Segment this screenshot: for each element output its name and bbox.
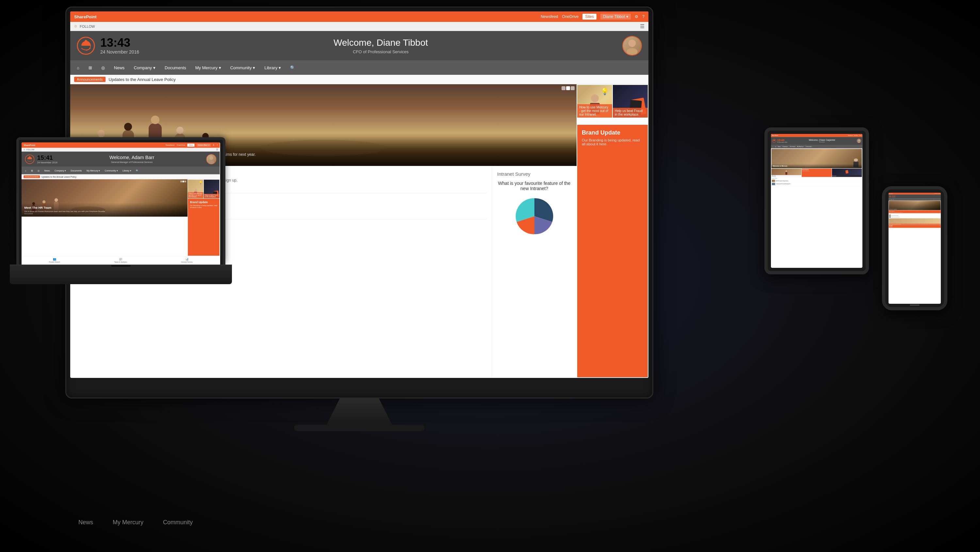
nav-community[interactable]: Community ▾ xyxy=(226,60,259,75)
laptop-nav-home[interactable]: ⌂ xyxy=(23,167,29,174)
carousel-dot-2[interactable] xyxy=(566,86,570,90)
nav-news[interactable]: News xyxy=(110,60,129,75)
laptop-nav-library[interactable]: Library▾ xyxy=(121,167,133,174)
laptop-hero-title: Meet The HR Team xyxy=(24,206,185,210)
nav-company[interactable]: Company ▾ xyxy=(130,60,159,75)
tablet-card-3-text: Document xyxy=(832,175,862,177)
phone-newsfeed: Newsfeed xyxy=(934,193,937,194)
laptop-dot-2[interactable] xyxy=(183,181,184,182)
phone-brand-card[interactable]: Brand Update Our Branding is being updat… xyxy=(889,210,941,213)
laptop-bottom-people-search[interactable]: 👥 People Search xyxy=(22,258,88,263)
laptop-bulb-icon: 💡 xyxy=(199,181,202,184)
tablet-time-block: 13:43 15 November 2016 xyxy=(777,139,787,143)
phone-news-item-2[interactable]: Creativity and Front-end Development xyxy=(889,216,940,218)
laptop-sites[interactable]: Sites xyxy=(187,144,194,147)
laptop-tile-2[interactable]: Help us beat Fraud in the workplace xyxy=(204,180,220,198)
tablet-news-item-2[interactable]: Creativity and Front-end Development xyxy=(772,183,861,186)
sites-tab[interactable]: Sites xyxy=(582,14,597,20)
carousel-dot-3[interactable] xyxy=(571,86,574,90)
bottom-device-labels: News My Mercury Community xyxy=(78,519,193,526)
nav-home[interactable]: ⌂ xyxy=(73,60,83,75)
nav-library[interactable]: Library ▾ xyxy=(260,60,285,75)
phone-brand-text: Our Branding is being updated, read all … xyxy=(889,212,940,213)
laptop-nav-docs[interactable]: Documents xyxy=(68,167,84,174)
community-caret: ▾ xyxy=(253,65,255,70)
laptop-bottom-news[interactable]: 📰 News & Updates xyxy=(88,258,154,263)
laptop-nav-company[interactable]: Company▾ xyxy=(52,167,68,174)
laptop-my-mercury-label: My Mercury xyxy=(87,169,98,172)
tablet-nav-company[interactable]: Company ▾ xyxy=(782,145,789,148)
tablet-card-3[interactable]: Document xyxy=(832,169,862,177)
survey-question: What is your favourite feature of the ne… xyxy=(497,181,571,191)
phone-home-button[interactable] xyxy=(910,304,920,306)
laptop-tile-1-caption: How to use Mercury get the most out of o… xyxy=(188,192,204,198)
laptop-brand-tile[interactable]: Brand Update Our Branding is being updat… xyxy=(188,199,220,256)
laptop-bottom-survey[interactable]: 📊 Intranet Survey xyxy=(154,258,220,263)
laptop-nav-community[interactable]: Community▾ xyxy=(103,167,119,174)
phone-news-title-1: Staff Development Opportunities xyxy=(891,215,898,216)
phone-frame: SharePoint Newsfeed OneDrive xyxy=(882,186,947,310)
my-mercury-caret: ▾ xyxy=(219,65,221,70)
grid-icon: ⊞ xyxy=(89,65,92,70)
laptop-user[interactable]: Adam Barr ▾ xyxy=(197,144,211,147)
follow-star-icon: ✩ xyxy=(74,24,77,29)
newsfeed-link[interactable]: Newsfeed xyxy=(541,14,558,19)
tablet-card-2[interactable]: Brand Update Read all about it here xyxy=(802,169,832,177)
tablet-nav-docs[interactable]: Documents xyxy=(789,145,796,148)
onedrive-link[interactable]: OneDrive xyxy=(562,14,579,19)
tablet-news-item-1[interactable]: Staff Development Opportunities xyxy=(772,179,861,183)
phone-brand-title: Brand Update xyxy=(889,211,940,212)
nav-search[interactable]: 🔍 xyxy=(286,60,299,75)
laptop-nav-search[interactable]: 🔍 xyxy=(134,167,141,174)
phone-hero-title: Welcome to Mercury xyxy=(889,209,940,210)
topbar-right: Newsfeed OneDrive Sites Diane Tibbot ▾ ⚙… xyxy=(541,14,644,20)
nav-grid[interactable]: ⊞ xyxy=(84,60,96,75)
laptop-newsfeed[interactable]: Newsfeed xyxy=(165,144,175,146)
svg-point-7 xyxy=(208,161,214,164)
desktop-header: 13:43 24 November 2016 Welcome, Diane Ti… xyxy=(70,31,648,60)
laptop-dot-3[interactable] xyxy=(185,181,186,182)
laptop-tile-1[interactable]: 💡 How to use Mercury get the most out of… xyxy=(188,180,204,198)
tile-beat-fraud[interactable]: Help us beat Fraud in the workplace. xyxy=(613,85,648,118)
tablet-brand-text: Read all about it here xyxy=(802,171,831,172)
gear-icon[interactable]: ⚙ xyxy=(635,14,638,19)
nav-location[interactable]: ◎ xyxy=(97,60,109,75)
pie-chart-svg xyxy=(513,195,556,237)
user-menu[interactable]: Diane Tibbot ▾ xyxy=(600,14,631,20)
laptop-welcome-name: Welcome, Adam Barr xyxy=(64,155,200,161)
laptop-nav-news[interactable]: News xyxy=(42,167,52,174)
tablet-nav-news[interactable]: News xyxy=(777,145,781,148)
phone-sharepoint: SharePoint Newsfeed OneDrive xyxy=(889,193,941,304)
nav-documents[interactable]: Documents xyxy=(161,60,190,75)
laptop-nav-loc[interactable]: ◎ xyxy=(36,167,41,174)
tablet-nav-community[interactable]: Community ▾ xyxy=(805,145,813,148)
phone-news-thumb-1 xyxy=(889,215,891,216)
laptop-bottom-nav: 👥 People Search 📰 News & Updates 📊 Intra… xyxy=(22,256,220,264)
home-icon: ⌂ xyxy=(77,65,80,70)
laptop-dot-1[interactable] xyxy=(180,181,182,182)
tablet-card-1[interactable]: News item xyxy=(771,169,801,177)
laptop-onedrive[interactable]: OneDrive xyxy=(177,144,185,146)
tile-brand-update[interactable]: Brand Update Our Branding is being updat… xyxy=(577,125,648,377)
laptop-gear-icon[interactable]: ⚙ xyxy=(213,144,215,146)
tile-how-to-mercury[interactable]: 💡 How to use Mercury - get the most out … xyxy=(577,85,612,118)
laptop-nav-my-mercury[interactable]: My Mercury▾ xyxy=(84,167,102,174)
tablet-nav-my-mercury[interactable]: My Mercury ▾ xyxy=(796,145,805,148)
laptop-nav-grid[interactable]: ⊞ xyxy=(29,167,35,174)
tablet-book-icon xyxy=(845,170,848,174)
people-search-icon: 👥 xyxy=(22,258,88,261)
tablet-nav-home[interactable]: ⌂ xyxy=(772,145,774,148)
laptop-bottom-item-2: News & Updates xyxy=(115,261,127,263)
nav-my-mercury[interactable]: My Mercury ▾ xyxy=(191,60,225,75)
carousel-controls xyxy=(560,84,577,92)
laptop-help-icon[interactable]: ? xyxy=(216,144,218,146)
help-icon[interactable]: ? xyxy=(642,14,644,19)
bulb-icon: 💡 xyxy=(601,87,609,95)
carousel-dot-1[interactable] xyxy=(562,86,565,90)
tablet-nav-grid[interactable]: ⊞ xyxy=(774,145,777,148)
tablet-news-thumb-1 xyxy=(772,180,775,182)
my-mercury-bottom-label: My Mercury xyxy=(113,519,143,526)
welcome-role: CFO of Professional Services xyxy=(152,49,609,54)
tablet-logo-svg xyxy=(772,139,776,143)
phone-device: SharePoint Newsfeed OneDrive xyxy=(882,186,947,310)
